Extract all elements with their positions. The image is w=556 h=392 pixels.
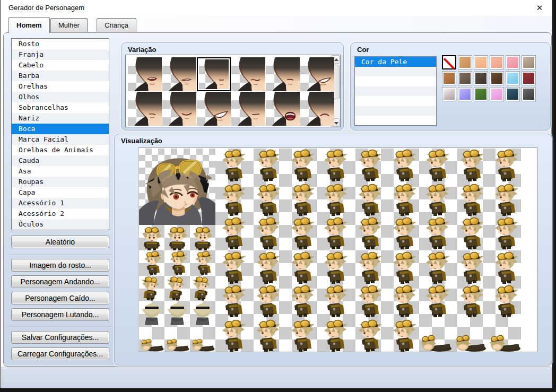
- battler-character-button[interactable]: Personagem Lutando...: [11, 308, 109, 321]
- variation-tile-open-smirk[interactable]: [128, 57, 162, 91]
- battler-sprite-pose: [215, 149, 249, 182]
- walk-sprite-side-right: [139, 276, 164, 301]
- color-swatch[interactable]: [490, 87, 504, 101]
- variation-tile-wavy-line[interactable]: [231, 57, 265, 91]
- parts-list-item[interactable]: Orelhas: [12, 81, 109, 92]
- parts-list-item[interactable]: Acessório 1: [12, 198, 109, 208]
- battler-sprite-pose: [215, 250, 249, 284]
- battler-sprite-pose: [215, 216, 249, 250]
- parts-list-item[interactable]: Asa: [12, 166, 109, 177]
- variation-tile-double-line[interactable]: [128, 92, 162, 126]
- walk-sprite-fallen: [139, 327, 164, 352]
- color-swatch[interactable]: [474, 71, 488, 85]
- color-swatch[interactable]: [490, 55, 504, 69]
- parts-list[interactable]: RostoFranjaCabeloBarbaOrelhasOlhosSobran…: [11, 38, 109, 230]
- variation-tile-grin-teeth[interactable]: [300, 57, 334, 91]
- color-swatch[interactable]: [522, 55, 536, 69]
- battler-sprite-pose: [317, 149, 351, 182]
- parts-list-item[interactable]: Nariz: [12, 113, 109, 124]
- color-swatch[interactable]: [474, 87, 488, 101]
- battler-sprite-pose: [453, 250, 487, 284]
- parts-list-item[interactable]: Roupas: [12, 177, 109, 187]
- separator: [8, 326, 113, 327]
- battler-sprite-pose: [249, 250, 283, 284]
- parts-list-item[interactable]: Cabelo: [12, 60, 109, 71]
- variation-list[interactable]: [125, 55, 341, 127]
- parts-list-item[interactable]: Orelhas de Animais: [12, 145, 109, 155]
- battler-sprite-pose: [351, 182, 385, 216]
- battler-sprite-pose: [419, 284, 453, 318]
- tab-strip: HomemMulherCriança: [1, 16, 552, 32]
- face-image-button[interactable]: Imagem do rosto...: [11, 259, 109, 272]
- color-swatch[interactable]: [506, 71, 520, 85]
- battler-sprite-pose: [351, 149, 385, 182]
- face-preview: [139, 149, 215, 225]
- parts-list-item[interactable]: Acessório 2: [12, 208, 109, 219]
- walk-sprite-front: [164, 225, 190, 250]
- color-list-item-skin[interactable]: Cor da Pele: [355, 57, 436, 67]
- parts-list-item[interactable]: Marca Facial: [12, 134, 109, 145]
- tab-homem[interactable]: Homem: [8, 17, 50, 33]
- parts-list-item[interactable]: Olhos: [12, 92, 109, 102]
- variation-tile-open-grin[interactable]: [197, 92, 231, 126]
- color-list-empty-row: [355, 86, 436, 97]
- fallen-character-button[interactable]: Personagem Caído...: [11, 292, 109, 304]
- load-settings-button[interactable]: Carregar Configurações...: [11, 347, 109, 360]
- battler-sprite-pose: [351, 318, 385, 352]
- color-swatch[interactable]: [490, 71, 504, 85]
- battler-sprite-pose: [385, 182, 419, 216]
- battler-sprite-fallen: [453, 318, 487, 352]
- battler-sprite-pose: [317, 182, 351, 216]
- color-swatch[interactable]: [458, 87, 472, 101]
- random-button[interactable]: Aleatório: [11, 236, 109, 248]
- parts-list-item[interactable]: Barba: [12, 71, 109, 81]
- color-swatch[interactable]: [506, 87, 520, 101]
- variation-tile-open-shout[interactable]: [266, 92, 300, 126]
- color-swatch[interactable]: [506, 55, 520, 69]
- preview-groupbox: Visualização: [114, 134, 552, 365]
- battler-sprite-pose: [317, 250, 351, 284]
- parts-list-item[interactable]: Rosto: [12, 39, 109, 49]
- battler-sprite-pose: [215, 318, 249, 352]
- color-swatch[interactable]: [458, 55, 472, 69]
- parts-list-item[interactable]: Capa: [12, 187, 109, 198]
- parts-list-item[interactable]: Boca: [12, 124, 109, 134]
- parts-list-item[interactable]: Franja: [12, 49, 109, 60]
- battler-sprite-pose: [351, 250, 385, 284]
- battler-sprite-pose: [385, 284, 419, 318]
- parts-list-item[interactable]: Sobrancelhas: [12, 102, 109, 113]
- variation-tile-neutral-small[interactable]: [197, 57, 231, 91]
- save-settings-button[interactable]: Salvar Configurações...: [11, 331, 109, 344]
- variation-tile-short-line[interactable]: [266, 57, 300, 91]
- color-swatch[interactable]: [442, 87, 456, 101]
- battler-sprite-pose: [249, 318, 283, 352]
- color-list-empty-row: [355, 76, 436, 86]
- parts-list-item[interactable]: Cauda: [12, 155, 109, 166]
- battler-sprite-fallen: [419, 318, 453, 352]
- close-icon[interactable]: ✕: [532, 1, 548, 15]
- color-target-list[interactable]: Cor da Pele: [354, 56, 437, 126]
- tab-mulher[interactable]: Mulher: [50, 18, 88, 32]
- tab-crianca[interactable]: Criança: [97, 18, 136, 32]
- walking-character-button[interactable]: Personagem Andando...: [11, 275, 109, 288]
- color-swatch[interactable]: [458, 71, 472, 85]
- battler-sprite-pose: [249, 216, 283, 250]
- variation-tile-smile-curve[interactable]: [162, 92, 196, 126]
- color-swatch[interactable]: [474, 55, 488, 69]
- swatch-none[interactable]: [442, 55, 456, 69]
- battler-sprite-pose: [215, 182, 249, 216]
- screen: { "window": { "title": "Gerador de Perso…: [0, 0, 556, 392]
- walk-sprite-side-left: [164, 250, 190, 276]
- parts-list-item[interactable]: Óculos: [12, 219, 109, 230]
- color-swatch[interactable]: [522, 87, 536, 101]
- battler-sprite-pose: [385, 318, 419, 352]
- color-swatch[interactable]: [442, 71, 456, 85]
- variation-tile-straight-line[interactable]: [231, 92, 265, 126]
- variation-tile-frown-arc[interactable]: [300, 92, 334, 126]
- walk-sprite-side-right: [164, 276, 190, 301]
- battler-sprite-pose: [351, 216, 385, 250]
- variation-tile-smile-teeth[interactable]: [162, 57, 196, 91]
- battler-sprite-pose: [453, 149, 487, 182]
- color-swatch[interactable]: [522, 71, 536, 85]
- battler-sprite-pose: [249, 284, 283, 318]
